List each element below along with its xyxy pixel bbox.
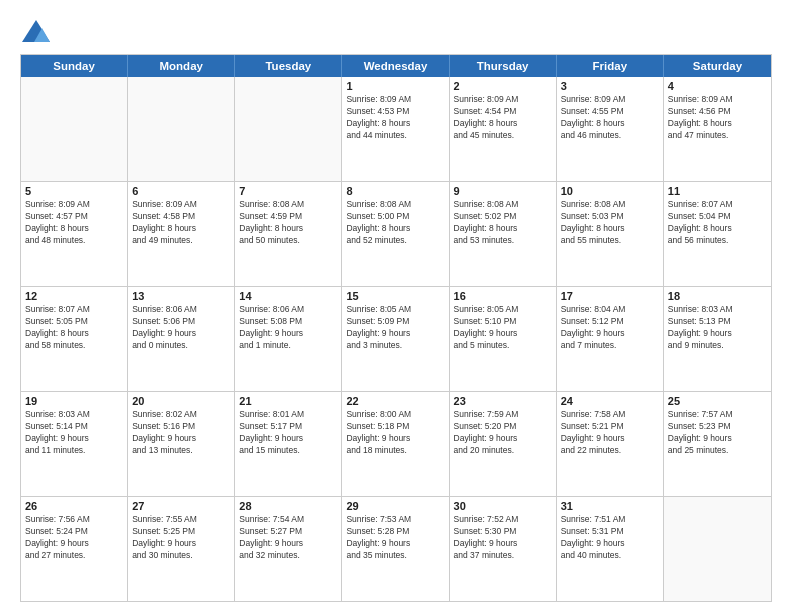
day-details: Sunrise: 7:57 AM Sunset: 5:23 PM Dayligh… — [668, 409, 767, 457]
calendar-week-2: 5Sunrise: 8:09 AM Sunset: 4:57 PM Daylig… — [21, 182, 771, 287]
calendar-day-8: 8Sunrise: 8:08 AM Sunset: 5:00 PM Daylig… — [342, 182, 449, 286]
day-number: 14 — [239, 290, 337, 302]
calendar-week-1: 1Sunrise: 8:09 AM Sunset: 4:53 PM Daylig… — [21, 77, 771, 182]
day-number: 2 — [454, 80, 552, 92]
day-details: Sunrise: 8:05 AM Sunset: 5:09 PM Dayligh… — [346, 304, 444, 352]
calendar-day-empty — [664, 497, 771, 601]
day-number: 10 — [561, 185, 659, 197]
day-details: Sunrise: 8:09 AM Sunset: 4:54 PM Dayligh… — [454, 94, 552, 142]
day-number: 17 — [561, 290, 659, 302]
calendar-day-13: 13Sunrise: 8:06 AM Sunset: 5:06 PM Dayli… — [128, 287, 235, 391]
day-details: Sunrise: 8:07 AM Sunset: 5:05 PM Dayligh… — [25, 304, 123, 352]
day-number: 20 — [132, 395, 230, 407]
day-details: Sunrise: 8:09 AM Sunset: 4:55 PM Dayligh… — [561, 94, 659, 142]
day-number: 29 — [346, 500, 444, 512]
calendar-day-31: 31Sunrise: 7:51 AM Sunset: 5:31 PM Dayli… — [557, 497, 664, 601]
day-number: 22 — [346, 395, 444, 407]
day-details: Sunrise: 8:00 AM Sunset: 5:18 PM Dayligh… — [346, 409, 444, 457]
day-details: Sunrise: 8:06 AM Sunset: 5:08 PM Dayligh… — [239, 304, 337, 352]
day-details: Sunrise: 8:06 AM Sunset: 5:06 PM Dayligh… — [132, 304, 230, 352]
day-number: 18 — [668, 290, 767, 302]
calendar-day-3: 3Sunrise: 8:09 AM Sunset: 4:55 PM Daylig… — [557, 77, 664, 181]
day-details: Sunrise: 7:54 AM Sunset: 5:27 PM Dayligh… — [239, 514, 337, 562]
header-day-sunday: Sunday — [21, 55, 128, 77]
calendar-day-16: 16Sunrise: 8:05 AM Sunset: 5:10 PM Dayli… — [450, 287, 557, 391]
calendar-day-6: 6Sunrise: 8:09 AM Sunset: 4:58 PM Daylig… — [128, 182, 235, 286]
calendar-body: 1Sunrise: 8:09 AM Sunset: 4:53 PM Daylig… — [21, 77, 771, 601]
calendar-day-4: 4Sunrise: 8:09 AM Sunset: 4:56 PM Daylig… — [664, 77, 771, 181]
day-number: 6 — [132, 185, 230, 197]
calendar-day-empty — [235, 77, 342, 181]
day-details: Sunrise: 7:52 AM Sunset: 5:30 PM Dayligh… — [454, 514, 552, 562]
day-number: 16 — [454, 290, 552, 302]
day-number: 31 — [561, 500, 659, 512]
day-number: 3 — [561, 80, 659, 92]
day-details: Sunrise: 8:08 AM Sunset: 4:59 PM Dayligh… — [239, 199, 337, 247]
day-details: Sunrise: 7:59 AM Sunset: 5:20 PM Dayligh… — [454, 409, 552, 457]
day-number: 1 — [346, 80, 444, 92]
day-number: 28 — [239, 500, 337, 512]
header-day-saturday: Saturday — [664, 55, 771, 77]
calendar-day-21: 21Sunrise: 8:01 AM Sunset: 5:17 PM Dayli… — [235, 392, 342, 496]
header-day-wednesday: Wednesday — [342, 55, 449, 77]
calendar-day-30: 30Sunrise: 7:52 AM Sunset: 5:30 PM Dayli… — [450, 497, 557, 601]
calendar-day-14: 14Sunrise: 8:06 AM Sunset: 5:08 PM Dayli… — [235, 287, 342, 391]
day-number: 23 — [454, 395, 552, 407]
calendar-day-17: 17Sunrise: 8:04 AM Sunset: 5:12 PM Dayli… — [557, 287, 664, 391]
calendar-week-3: 12Sunrise: 8:07 AM Sunset: 5:05 PM Dayli… — [21, 287, 771, 392]
page: SundayMondayTuesdayWednesdayThursdayFrid… — [0, 0, 792, 612]
day-details: Sunrise: 8:04 AM Sunset: 5:12 PM Dayligh… — [561, 304, 659, 352]
day-details: Sunrise: 7:58 AM Sunset: 5:21 PM Dayligh… — [561, 409, 659, 457]
day-details: Sunrise: 8:05 AM Sunset: 5:10 PM Dayligh… — [454, 304, 552, 352]
calendar: SundayMondayTuesdayWednesdayThursdayFrid… — [20, 54, 772, 602]
calendar-day-19: 19Sunrise: 8:03 AM Sunset: 5:14 PM Dayli… — [21, 392, 128, 496]
calendar-header-row: SundayMondayTuesdayWednesdayThursdayFrid… — [21, 55, 771, 77]
day-number: 4 — [668, 80, 767, 92]
header-day-friday: Friday — [557, 55, 664, 77]
calendar-day-18: 18Sunrise: 8:03 AM Sunset: 5:13 PM Dayli… — [664, 287, 771, 391]
day-details: Sunrise: 8:08 AM Sunset: 5:00 PM Dayligh… — [346, 199, 444, 247]
calendar-day-2: 2Sunrise: 8:09 AM Sunset: 4:54 PM Daylig… — [450, 77, 557, 181]
calendar-day-1: 1Sunrise: 8:09 AM Sunset: 4:53 PM Daylig… — [342, 77, 449, 181]
logo-icon — [20, 18, 52, 46]
calendar-week-4: 19Sunrise: 8:03 AM Sunset: 5:14 PM Dayli… — [21, 392, 771, 497]
calendar-day-9: 9Sunrise: 8:08 AM Sunset: 5:02 PM Daylig… — [450, 182, 557, 286]
header-day-thursday: Thursday — [450, 55, 557, 77]
day-details: Sunrise: 7:53 AM Sunset: 5:28 PM Dayligh… — [346, 514, 444, 562]
calendar-day-26: 26Sunrise: 7:56 AM Sunset: 5:24 PM Dayli… — [21, 497, 128, 601]
calendar-day-29: 29Sunrise: 7:53 AM Sunset: 5:28 PM Dayli… — [342, 497, 449, 601]
day-number: 15 — [346, 290, 444, 302]
day-number: 25 — [668, 395, 767, 407]
day-details: Sunrise: 8:02 AM Sunset: 5:16 PM Dayligh… — [132, 409, 230, 457]
day-details: Sunrise: 8:08 AM Sunset: 5:02 PM Dayligh… — [454, 199, 552, 247]
calendar-day-7: 7Sunrise: 8:08 AM Sunset: 4:59 PM Daylig… — [235, 182, 342, 286]
day-details: Sunrise: 8:09 AM Sunset: 4:57 PM Dayligh… — [25, 199, 123, 247]
day-details: Sunrise: 8:08 AM Sunset: 5:03 PM Dayligh… — [561, 199, 659, 247]
day-number: 19 — [25, 395, 123, 407]
day-details: Sunrise: 8:09 AM Sunset: 4:53 PM Dayligh… — [346, 94, 444, 142]
day-number: 12 — [25, 290, 123, 302]
calendar-day-22: 22Sunrise: 8:00 AM Sunset: 5:18 PM Dayli… — [342, 392, 449, 496]
day-number: 8 — [346, 185, 444, 197]
calendar-day-27: 27Sunrise: 7:55 AM Sunset: 5:25 PM Dayli… — [128, 497, 235, 601]
day-number: 21 — [239, 395, 337, 407]
day-number: 26 — [25, 500, 123, 512]
calendar-day-15: 15Sunrise: 8:05 AM Sunset: 5:09 PM Dayli… — [342, 287, 449, 391]
calendar-day-5: 5Sunrise: 8:09 AM Sunset: 4:57 PM Daylig… — [21, 182, 128, 286]
calendar-day-23: 23Sunrise: 7:59 AM Sunset: 5:20 PM Dayli… — [450, 392, 557, 496]
calendar-day-11: 11Sunrise: 8:07 AM Sunset: 5:04 PM Dayli… — [664, 182, 771, 286]
day-number: 11 — [668, 185, 767, 197]
calendar-day-20: 20Sunrise: 8:02 AM Sunset: 5:16 PM Dayli… — [128, 392, 235, 496]
calendar-day-25: 25Sunrise: 7:57 AM Sunset: 5:23 PM Dayli… — [664, 392, 771, 496]
header-day-monday: Monday — [128, 55, 235, 77]
calendar-day-empty — [128, 77, 235, 181]
day-details: Sunrise: 7:51 AM Sunset: 5:31 PM Dayligh… — [561, 514, 659, 562]
day-details: Sunrise: 7:56 AM Sunset: 5:24 PM Dayligh… — [25, 514, 123, 562]
day-number: 27 — [132, 500, 230, 512]
calendar-day-24: 24Sunrise: 7:58 AM Sunset: 5:21 PM Dayli… — [557, 392, 664, 496]
day-details: Sunrise: 8:03 AM Sunset: 5:14 PM Dayligh… — [25, 409, 123, 457]
calendar-day-28: 28Sunrise: 7:54 AM Sunset: 5:27 PM Dayli… — [235, 497, 342, 601]
day-details: Sunrise: 8:09 AM Sunset: 4:58 PM Dayligh… — [132, 199, 230, 247]
header — [20, 18, 772, 46]
day-details: Sunrise: 8:09 AM Sunset: 4:56 PM Dayligh… — [668, 94, 767, 142]
